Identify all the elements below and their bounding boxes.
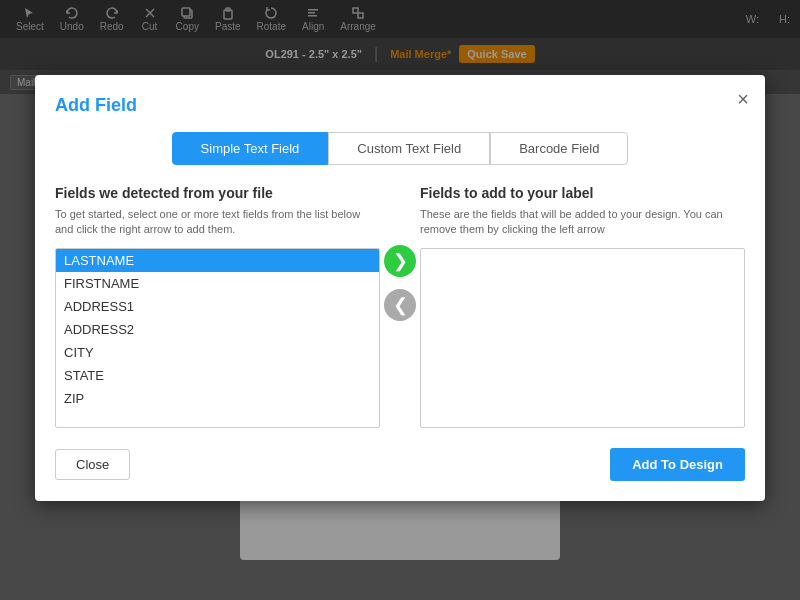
list-item[interactable]: LASTNAME	[56, 249, 379, 272]
list-item[interactable]: ADDRESS1	[56, 295, 379, 318]
list-item[interactable]: STATE	[56, 364, 379, 387]
tab-custom-text[interactable]: Custom Text Field	[328, 132, 490, 165]
right-column: Fields to add to your label These are th…	[420, 185, 745, 428]
right-col-desc: These are the fields that will be added …	[420, 207, 745, 238]
list-item[interactable]: FIRSTNAME	[56, 272, 379, 295]
move-right-button[interactable]: ❯	[384, 245, 416, 277]
left-col-desc: To get started, select one or more text …	[55, 207, 380, 238]
modal-close-button[interactable]: ×	[737, 89, 749, 109]
list-item[interactable]: CITY	[56, 341, 379, 364]
add-to-design-button[interactable]: Add To Design	[610, 448, 745, 481]
chevron-left-icon: ❮	[393, 294, 408, 316]
arrow-col: ❯ ❮	[380, 185, 420, 321]
modal-tabs: Simple Text Field Custom Text Field Barc…	[55, 132, 745, 165]
left-column: Fields we detected from your file To get…	[55, 185, 380, 428]
fields-listbox[interactable]: LASTNAME FIRSTNAME ADDRESS1 ADDRESS2 CIT…	[55, 248, 380, 428]
modal-title: Add Field	[55, 95, 745, 116]
tab-simple-text[interactable]: Simple Text Field	[172, 132, 329, 165]
right-col-heading: Fields to add to your label	[420, 185, 745, 201]
left-col-heading: Fields we detected from your file	[55, 185, 380, 201]
close-button[interactable]: Close	[55, 449, 130, 480]
fields-right-listbox[interactable]	[420, 248, 745, 428]
chevron-right-icon: ❯	[393, 250, 408, 272]
list-item[interactable]: ADDRESS2	[56, 318, 379, 341]
list-item[interactable]: ZIP	[56, 387, 379, 410]
move-left-button[interactable]: ❮	[384, 289, 416, 321]
add-field-modal: Add Field × Simple Text Field Custom Tex…	[35, 75, 765, 501]
modal-footer: Close Add To Design	[55, 448, 745, 481]
modal-overlay: Add Field × Simple Text Field Custom Tex…	[0, 0, 800, 600]
tab-barcode[interactable]: Barcode Field	[490, 132, 628, 165]
